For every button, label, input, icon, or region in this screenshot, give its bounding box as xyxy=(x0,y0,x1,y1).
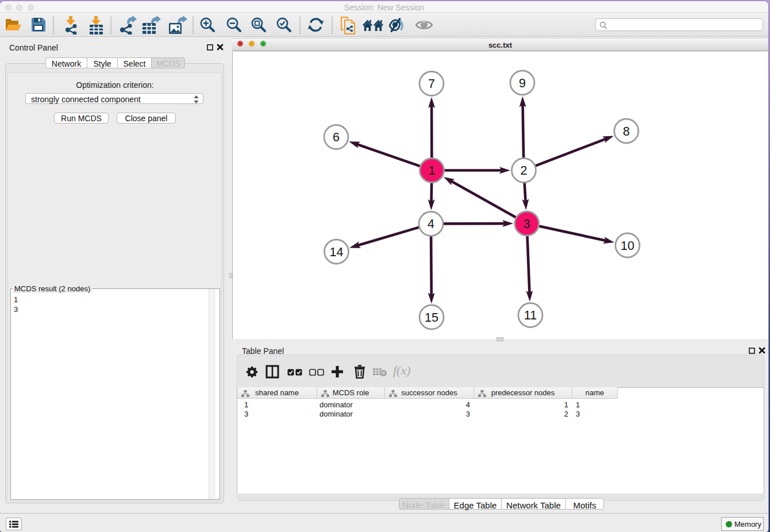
svg-text:10: 10 xyxy=(621,239,634,253)
svg-text:11: 11 xyxy=(524,309,537,322)
svg-text:9: 9 xyxy=(519,76,526,90)
svg-text:8: 8 xyxy=(623,125,630,138)
svg-text:4: 4 xyxy=(428,217,434,231)
svg-text:6: 6 xyxy=(333,130,340,144)
svg-text:3: 3 xyxy=(523,217,530,231)
svg-text:7: 7 xyxy=(428,77,435,91)
svg-text:14: 14 xyxy=(330,245,344,259)
svg-text:15: 15 xyxy=(425,311,438,325)
svg-text:1: 1 xyxy=(429,164,436,178)
svg-text:2: 2 xyxy=(521,164,528,178)
